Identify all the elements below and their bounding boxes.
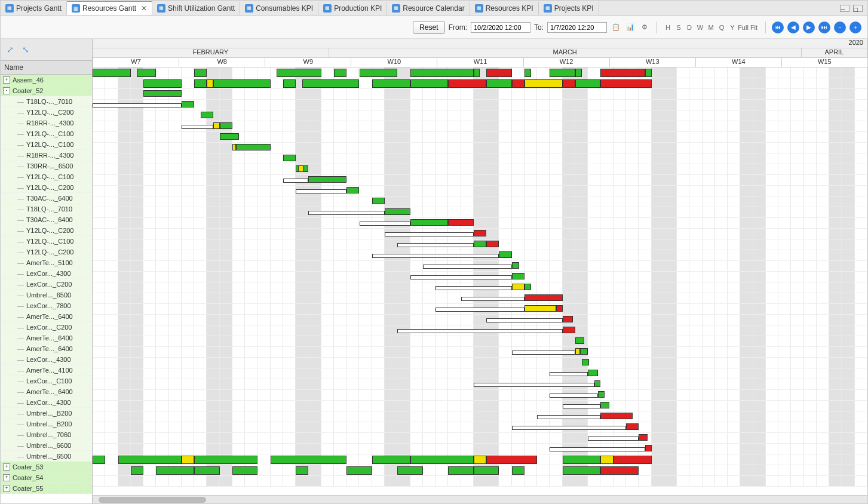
gantt-bar[interactable] (600, 79, 651, 88)
tab-resources-gantt[interactable]: ▦Resources Gantt✕ (67, 1, 152, 15)
gantt-bar[interactable] (397, 466, 423, 475)
gantt-bar[interactable] (302, 79, 360, 88)
gantt-bar[interactable] (474, 466, 499, 475)
close-icon[interactable]: ✕ (141, 4, 147, 13)
expander-icon[interactable]: + (3, 463, 10, 471)
gantt-bar[interactable] (410, 69, 474, 77)
gantt-bar[interactable] (550, 447, 645, 451)
gantt-bar[interactable] (563, 327, 575, 333)
gantt-bar[interactable] (626, 423, 639, 430)
gantt-bar[interactable] (93, 69, 131, 77)
gantt-bar[interactable] (575, 348, 581, 355)
gantt-bar[interactable] (435, 308, 525, 312)
zoom-out-icon[interactable]: － (834, 21, 846, 33)
gantt-bar[interactable] (360, 69, 398, 77)
gantt-bar[interactable] (582, 359, 590, 365)
gantt-bar[interactable] (207, 79, 213, 88)
gantt-bar[interactable] (525, 305, 556, 312)
scale-m-button[interactable]: M (706, 22, 716, 33)
tree-row[interactable]: —R18RR-..._4300 (1, 150, 92, 161)
collapse-icon[interactable]: ⤢ (7, 45, 16, 54)
gantt-bar[interactable] (156, 466, 194, 475)
tree-row[interactable]: +Assem_46 (1, 75, 92, 85)
clipboard-icon[interactable]: 📋 (611, 22, 621, 33)
tree-row[interactable]: +Coater_55 (1, 483, 92, 494)
gantt-bar[interactable] (486, 456, 537, 464)
gantt-bar[interactable] (220, 122, 232, 129)
tree-row[interactable]: —AmerTe..._6400 (1, 333, 92, 343)
gantt-bar[interactable] (550, 69, 575, 77)
minimize-button[interactable]: ‒ (840, 5, 849, 12)
gantt-bar[interactable] (563, 404, 601, 408)
gantt-bar[interactable] (499, 251, 511, 258)
gantt-bar[interactable] (236, 144, 270, 150)
tree-row[interactable]: —Y12LQ-..._C100 (1, 128, 92, 139)
tree-row[interactable]: —Umbrel..._6600 (1, 440, 92, 451)
gantt-bar[interactable] (448, 466, 474, 475)
tree-row[interactable]: —Umbrel..._B200 (1, 419, 92, 429)
gantt-bar[interactable] (131, 466, 143, 475)
gantt-bar[interactable] (512, 273, 525, 279)
gantt-bar[interactable] (372, 79, 410, 88)
gantt-bar[interactable] (137, 69, 156, 77)
tree-row[interactable]: —Y12LQ-..._C200 (1, 182, 92, 193)
resource-tree[interactable]: +Assem_46-Coater_52—T18LQ-..._7010—Y12LQ… (1, 75, 92, 503)
gantt-bar[interactable] (600, 69, 645, 77)
gantt-bar[interactable] (600, 413, 632, 419)
tab-projects-gantt[interactable]: ▦Projects Gantt (1, 2, 67, 15)
gantt-bar[interactable] (598, 391, 605, 398)
gantt-bar[interactable] (194, 456, 257, 464)
tree-row[interactable]: —Y12LQ-..._C200 (1, 247, 92, 257)
gantt-bar[interactable] (410, 219, 449, 226)
gantt-bar[interactable] (308, 211, 385, 215)
reset-button[interactable]: Reset (413, 21, 444, 34)
tree-row[interactable]: —Umbrel..._6500 (1, 451, 92, 462)
tree-row[interactable]: —T30AC-..._6400 (1, 193, 92, 204)
gantt-bar[interactable] (512, 426, 626, 430)
gantt-bar[interactable] (143, 79, 182, 88)
gantt-bar[interactable] (296, 466, 308, 475)
gantt-bar[interactable] (334, 69, 346, 77)
tab-projects-kpi[interactable]: ▦Projects KPI (539, 2, 599, 15)
gantt-bar[interactable] (385, 208, 410, 215)
expander-icon[interactable]: + (3, 474, 10, 481)
gantt-bar[interactable] (537, 415, 600, 419)
gantt-bar[interactable] (563, 316, 573, 322)
tree-row[interactable]: —T30AC-..._6400 (1, 214, 92, 225)
gantt-bar[interactable] (143, 90, 182, 97)
gantt-bar[interactable] (372, 254, 499, 258)
tree-row[interactable]: +Coater_54 (1, 472, 92, 483)
tab-resources-kpi[interactable]: ▦Resources KPI (470, 2, 539, 15)
expand-icon[interactable]: ⤡ (22, 45, 32, 54)
scale-fit-button[interactable]: Fit (749, 22, 759, 33)
tree-row[interactable]: —AmerTe..._6400 (1, 343, 92, 354)
gantt-bar[interactable] (93, 103, 182, 107)
tree-row[interactable]: —T30RR-..._6500 (1, 161, 92, 171)
tab-consumables-kpi[interactable]: ▦Consumables KPI (240, 2, 318, 15)
gantt-bar[interactable] (594, 380, 601, 387)
tree-row[interactable]: —Y12LQ-..._C200 (1, 107, 92, 118)
gantt-bar[interactable] (645, 445, 652, 451)
nav-first-icon[interactable]: ⏮ (772, 21, 784, 33)
tree-row[interactable]: —Y12LQ-..._C100 (1, 236, 92, 247)
tree-row[interactable]: —Y12LQ-..._C200 (1, 225, 92, 236)
gantt-bar[interactable] (461, 297, 525, 301)
tree-row[interactable]: —Umbrel..._7060 (1, 429, 92, 440)
gantt-bar[interactable] (525, 284, 531, 290)
gantt-bar[interactable] (525, 79, 563, 88)
tree-row[interactable]: —T18LQ-..._7010 (1, 96, 92, 107)
gantt-bar[interactable] (556, 305, 563, 312)
scale-s-button[interactable]: S (673, 22, 684, 33)
gantt-bar[interactable] (220, 133, 239, 140)
gantt-bar[interactable] (372, 456, 410, 464)
gantt-bar[interactable] (271, 456, 347, 464)
gantt-bar[interactable] (614, 456, 652, 464)
gantt-bar[interactable] (512, 466, 525, 475)
gantt-bar[interactable] (474, 69, 480, 77)
gantt-bar[interactable] (474, 456, 486, 464)
gantt-bar[interactable] (397, 329, 562, 333)
gantt-bar[interactable] (588, 437, 639, 441)
gantt-bar[interactable] (213, 79, 271, 88)
tree-row[interactable]: —LexCor..._C100 (1, 376, 92, 386)
gantt-bar[interactable] (474, 241, 486, 247)
